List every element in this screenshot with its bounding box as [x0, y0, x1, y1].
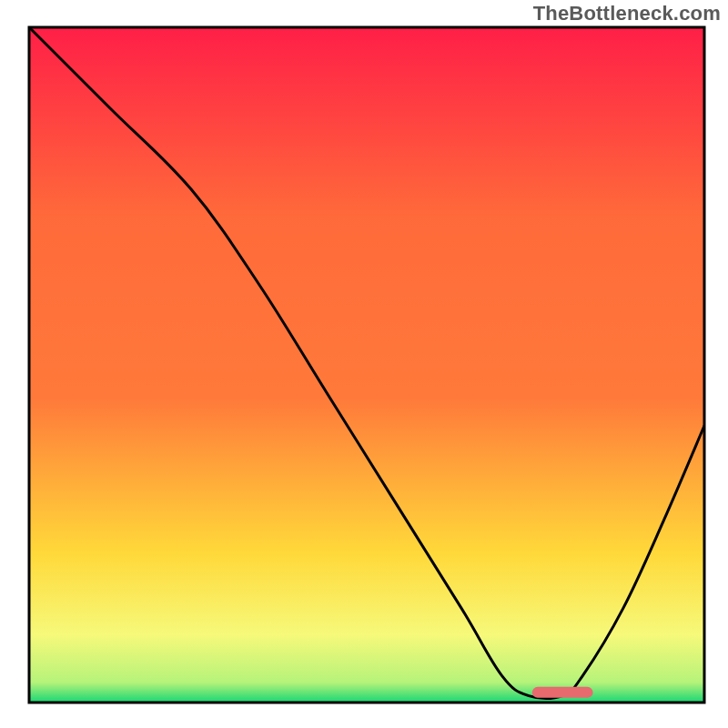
optimal-range-marker: [532, 687, 593, 698]
bottleneck-chart: [0, 0, 728, 728]
plot-area: [29, 27, 704, 703]
chart-container: { "watermark": "TheBottleneck.com", "col…: [0, 0, 728, 728]
